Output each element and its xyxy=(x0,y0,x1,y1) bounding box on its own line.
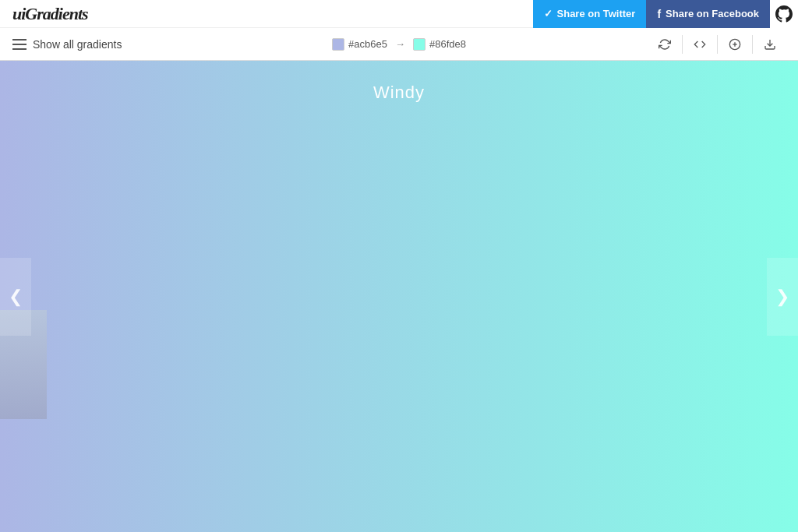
next-arrow-icon: ❯ xyxy=(775,287,789,307)
next-arrow[interactable]: ❯ xyxy=(767,258,798,336)
plus-icon xyxy=(729,38,741,51)
facebook-btn-label: Share on Facebook xyxy=(666,8,759,19)
color-display: #acb6e5 → #86fde8 xyxy=(270,38,528,51)
end-color-swatch[interactable]: #86fde8 xyxy=(413,38,466,51)
refresh-button[interactable] xyxy=(649,28,680,61)
show-all-label: Show all gradients xyxy=(33,38,122,51)
share-twitter-button[interactable]: ✓ Share on Twitter xyxy=(533,0,647,28)
end-color-box xyxy=(413,38,425,51)
divider-1 xyxy=(682,35,683,54)
gradient-title: Windy xyxy=(373,83,425,103)
end-color-hex: #86fde8 xyxy=(429,38,466,50)
share-facebook-button[interactable]: f Share on Facebook xyxy=(646,0,770,28)
logo[interactable]: uiGradients xyxy=(12,4,88,24)
start-color-box xyxy=(332,38,344,51)
start-color-hex: #acb6e5 xyxy=(348,38,387,50)
twitter-btn-label: Share on Twitter xyxy=(557,8,636,19)
add-button[interactable] xyxy=(719,28,750,61)
github-icon xyxy=(775,5,793,23)
start-color-swatch[interactable]: #acb6e5 xyxy=(332,38,387,51)
code-icon xyxy=(694,38,706,51)
divider-2 xyxy=(717,35,718,54)
toolbar-actions xyxy=(528,28,786,61)
arrow-icon: → xyxy=(395,38,405,50)
toolbar: Show all gradients #acb6e5 → #86fde8 xyxy=(0,28,798,61)
facebook-icon: f xyxy=(657,8,661,20)
refresh-icon xyxy=(659,38,671,51)
divider-3 xyxy=(752,35,753,54)
show-all-gradients-button[interactable]: Show all gradients xyxy=(12,38,270,51)
prev-arrow[interactable]: ❮ xyxy=(0,258,31,336)
prev-arrow-icon: ❮ xyxy=(9,287,23,307)
github-button[interactable] xyxy=(770,0,798,28)
hamburger-icon xyxy=(12,39,26,50)
top-nav: uiGradients ✓ Share on Twitter f Share o… xyxy=(0,0,798,28)
download-icon xyxy=(764,38,776,51)
download-button[interactable] xyxy=(754,28,786,61)
gradient-area: Windy ❮ ❯ xyxy=(0,61,798,532)
twitter-icon: ✓ xyxy=(544,8,553,19)
code-button[interactable] xyxy=(684,28,715,61)
